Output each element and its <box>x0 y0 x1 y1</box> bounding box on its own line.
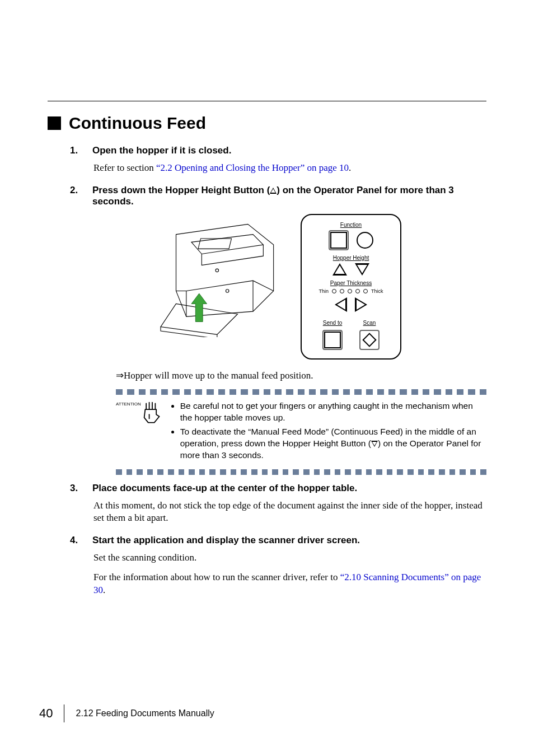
step-title: Place documents face-up at the center of… <box>92 483 357 494</box>
step-title-part-a: Press down the Hopper Height Button ( <box>92 185 270 195</box>
cross-reference-link[interactable]: “2.2 Opening and Closing the Hopper” on … <box>156 162 349 173</box>
green-up-arrow-icon <box>191 293 207 321</box>
step-body-1: Set the scanning condition. <box>93 552 486 564</box>
step-title: Start the application and display the sc… <box>92 535 360 546</box>
attention-hand-icon <box>142 400 162 424</box>
footer-section-title: 2.12 Feeding Documents Manually <box>76 708 214 718</box>
sendto-label: Send to <box>323 320 342 326</box>
svg-point-1 <box>226 290 229 293</box>
step-3: 3. Place documents face-up at the center… <box>70 483 486 525</box>
thickness-left-button <box>335 297 347 312</box>
attention-text: Be careful not to get your fingers or an… <box>170 400 486 464</box>
thin-label: Thin <box>318 288 329 294</box>
attention-label: ATTENTION <box>116 400 141 407</box>
triangle-down-icon <box>371 441 378 447</box>
step-title: Open the hopper if it is closed. <box>92 145 231 156</box>
sendto-button <box>322 330 343 350</box>
step-number: 1. <box>70 145 81 156</box>
step-number: 3. <box>70 483 81 494</box>
attention-callout: ATTENTION Be careful not to get your fin… <box>116 400 486 464</box>
panel-function-label: Function <box>340 222 362 228</box>
attention-item-2: To deactivate the “Manual Feed Mode” (Co… <box>180 426 486 461</box>
step-body-2b: . <box>103 585 105 595</box>
svg-marker-3 <box>191 293 207 321</box>
separator-dashes-top <box>116 389 486 395</box>
step-number: 4. <box>70 535 81 546</box>
heading-text: Continuous Feed <box>69 114 206 133</box>
horizontal-rule <box>48 101 486 101</box>
thick-label: Thick <box>371 288 383 294</box>
thickness-indicator: Thin Thick <box>318 288 383 294</box>
panel-paper-label: Paper Thickness <box>330 280 372 286</box>
figure-row: Function Hopper Height Paper Thickness T… <box>70 214 486 360</box>
function-button <box>357 232 373 249</box>
step-title: Press down the Hopper Height Button () o… <box>92 185 486 207</box>
triangle-up-icon <box>270 188 277 194</box>
svg-point-2 <box>216 269 219 272</box>
step-number: 2. <box>70 185 81 207</box>
scanner-illustration <box>155 214 289 337</box>
separator-dashes-bottom <box>116 469 486 475</box>
thickness-right-button <box>355 297 367 312</box>
step-4: 4. Start the application and display the… <box>70 535 486 597</box>
heading-bullet-icon <box>48 116 61 130</box>
result-text: ⇒Hopper will move up to the manual feed … <box>116 370 486 381</box>
operator-panel-figure: Function Hopper Height Paper Thickness T… <box>301 214 401 360</box>
section-heading: Continuous Feed <box>48 114 486 133</box>
step-1: 1. Open the hopper if it is closed. Refe… <box>70 145 486 175</box>
ref-prefix: Refer to section <box>93 162 156 173</box>
attention-item-1: Be careful not to get your fingers or an… <box>180 400 486 424</box>
svg-rect-0 <box>198 239 232 249</box>
ref-suffix: . <box>349 162 351 173</box>
hopper-up-button <box>332 263 347 276</box>
page-number: 40 <box>39 706 53 721</box>
page-footer: 40 2.12 Feeding Documents Manually <box>39 704 214 722</box>
scan-label: Scan <box>363 320 376 326</box>
scan-button <box>359 330 380 350</box>
panel-hopper-label: Hopper Height <box>333 255 369 261</box>
footer-separator <box>64 704 64 722</box>
step-body-2a: For the information about how to run the… <box>93 572 340 582</box>
step-2: 2. Press down the Hopper Height Button (… <box>70 185 486 475</box>
hopper-down-button <box>355 263 369 276</box>
step-body: At this moment, do not stick the top edg… <box>93 500 486 525</box>
function-display <box>329 230 349 250</box>
